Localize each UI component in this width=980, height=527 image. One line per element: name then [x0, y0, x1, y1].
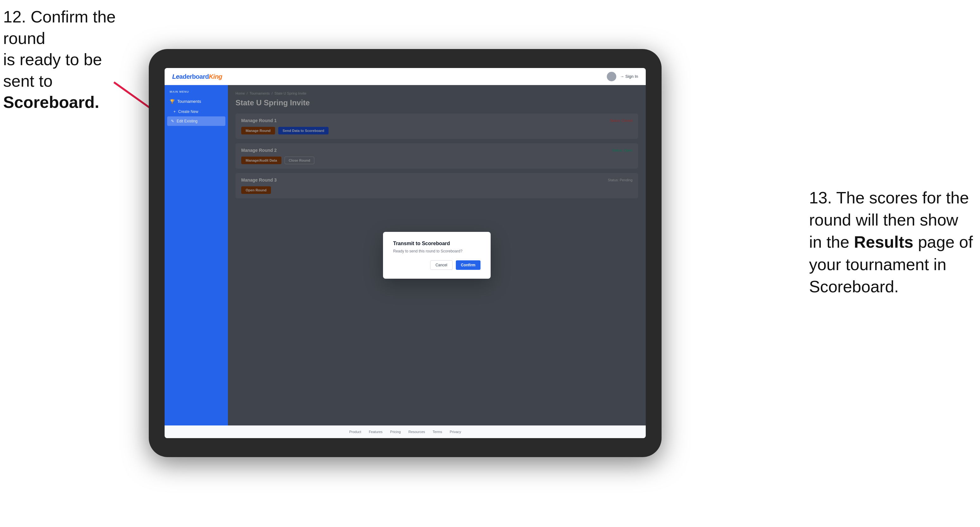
sidebar-item-edit-existing[interactable]: ✎ Edit Existing [167, 116, 225, 126]
modal-subtitle: Ready to send this round to Scoreboard? [393, 249, 480, 253]
footer-terms[interactable]: Terms [433, 430, 442, 434]
modal-title: Transmit to Scoreboard [393, 241, 480, 246]
sidebar-item-create-new[interactable]: + Create New [165, 107, 228, 116]
footer-resources[interactable]: Resources [408, 430, 425, 434]
avatar [607, 72, 616, 81]
sidebar-item-tournaments[interactable]: 🏆 Tournaments [165, 96, 228, 107]
sidebar-create-new-label: Create New [178, 110, 198, 114]
logo: LeaderboardKing [172, 73, 222, 81]
top-nav: LeaderboardKing → Sign In [165, 68, 646, 85]
sidebar: MAIN MENU 🏆 Tournaments + Create New ✎ E… [165, 85, 228, 425]
annotation-right: 13. The scores for the round will then s… [809, 187, 974, 298]
main-menu-label: MAIN MENU [165, 90, 228, 96]
annotation-bold: Results [854, 233, 913, 251]
plus-icon: + [173, 110, 176, 114]
annotation-line1: 12. Confirm the round [3, 8, 116, 48]
content-area: Home / Tournaments / State U Spring Invi… [228, 85, 646, 425]
tablet-frame: LeaderboardKing → Sign In MAIN MENU 🏆 To… [149, 49, 662, 457]
edit-icon: ✎ [171, 119, 174, 123]
footer: Product Features Pricing Resources Terms… [165, 425, 646, 438]
sign-in-label: Sign In [625, 74, 638, 79]
tablet-screen: LeaderboardKing → Sign In MAIN MENU 🏆 To… [165, 68, 646, 438]
annotation-line3: Scoreboard. [3, 93, 99, 111]
transmit-modal: Transmit to Scoreboard Ready to send thi… [383, 232, 491, 279]
sign-in-button[interactable]: → Sign In [620, 74, 638, 79]
modal-actions: Cancel Confirm [393, 260, 480, 270]
sidebar-tournaments-label: Tournaments [177, 99, 201, 104]
modal-overlay: Transmit to Scoreboard Ready to send thi… [228, 85, 646, 425]
footer-product[interactable]: Product [349, 430, 361, 434]
arrow-right-icon: → [620, 74, 624, 79]
nav-right: → Sign In [607, 72, 638, 81]
footer-privacy[interactable]: Privacy [450, 430, 461, 434]
annotation-top: 12. Confirm the round is ready to be sen… [3, 6, 136, 113]
cancel-button[interactable]: Cancel [430, 260, 453, 270]
footer-features[interactable]: Features [369, 430, 382, 434]
footer-pricing[interactable]: Pricing [390, 430, 401, 434]
logo-area: LeaderboardKing [172, 73, 222, 81]
trophy-icon: 🏆 [170, 99, 175, 104]
main-layout: MAIN MENU 🏆 Tournaments + Create New ✎ E… [165, 85, 646, 425]
annotation-line2: is ready to be sent to [3, 50, 102, 90]
confirm-button[interactable]: Confirm [456, 260, 480, 270]
sidebar-edit-existing-label: Edit Existing [177, 119, 197, 123]
